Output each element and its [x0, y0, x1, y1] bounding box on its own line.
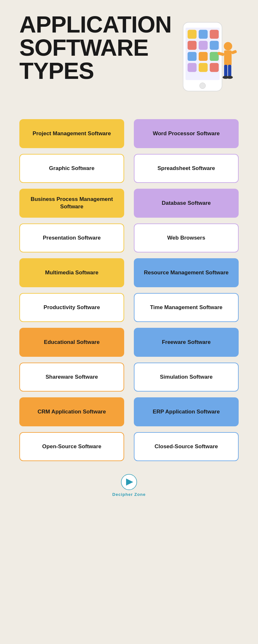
card-presentation: Presentation Software	[19, 223, 124, 252]
card-database: Database Software	[134, 189, 239, 218]
card-crm: CRM Application Software	[19, 397, 124, 426]
grid-section: Project Management SoftwareWord Processo…	[19, 119, 239, 461]
svg-rect-9	[199, 52, 208, 61]
card-resource-management: Resource Management Software	[134, 258, 239, 287]
card-web-browsers: Web Browsers	[134, 223, 239, 252]
svg-rect-2	[187, 30, 196, 39]
card-word-processor: Word Processor Software	[134, 119, 239, 148]
svg-rect-10	[210, 52, 219, 61]
phone-illustration	[175, 19, 239, 103]
svg-rect-18	[231, 50, 237, 54]
header-section: APPLICATION SOFTWARE TYPES	[19, 13, 239, 103]
card-erp: ERP Application Software	[134, 397, 239, 426]
decipher-zone-logo-icon	[121, 474, 137, 490]
svg-rect-12	[199, 63, 208, 72]
svg-rect-11	[187, 63, 196, 72]
page-wrapper: APPLICATION SOFTWARE TYPES	[0, 0, 258, 516]
footer: Decipher Zone	[19, 474, 239, 503]
title-block: APPLICATION SOFTWARE TYPES	[19, 13, 172, 82]
svg-point-14	[199, 83, 205, 89]
card-business-process: Business Process Management Software	[19, 189, 124, 218]
card-simulation: Simulation Software	[134, 363, 239, 392]
svg-rect-8	[187, 52, 196, 61]
main-title: APPLICATION SOFTWARE TYPES	[19, 13, 172, 82]
card-project-management: Project Management Software	[19, 119, 124, 148]
svg-rect-3	[199, 30, 208, 39]
svg-rect-19	[224, 65, 227, 77]
svg-rect-5	[187, 41, 196, 50]
svg-rect-16	[224, 51, 232, 65]
card-spreadsheet: Spreadsheet Software	[134, 154, 239, 183]
card-time-management: Time Management Software	[134, 293, 239, 322]
card-multimedia: Multimedia Software	[19, 258, 124, 287]
footer-logo: Decipher Zone	[19, 474, 239, 497]
svg-rect-20	[228, 65, 231, 77]
card-shareware: Shareware Software	[19, 363, 124, 392]
footer-brand-text: Decipher Zone	[112, 492, 145, 497]
svg-point-22	[227, 76, 233, 79]
svg-point-15	[224, 42, 232, 51]
card-open-source: Open-Source Software	[19, 432, 124, 461]
card-closed-source: Closed-Source Software	[134, 432, 239, 461]
svg-rect-7	[210, 41, 219, 50]
svg-rect-4	[210, 30, 219, 39]
svg-rect-6	[199, 41, 208, 50]
card-educational: Educational Software	[19, 328, 124, 357]
card-graphic: Graphic Software	[19, 154, 124, 183]
card-freeware: Freeware Software	[134, 328, 239, 357]
svg-rect-13	[210, 63, 219, 72]
card-productivity: Productivity Software	[19, 293, 124, 322]
